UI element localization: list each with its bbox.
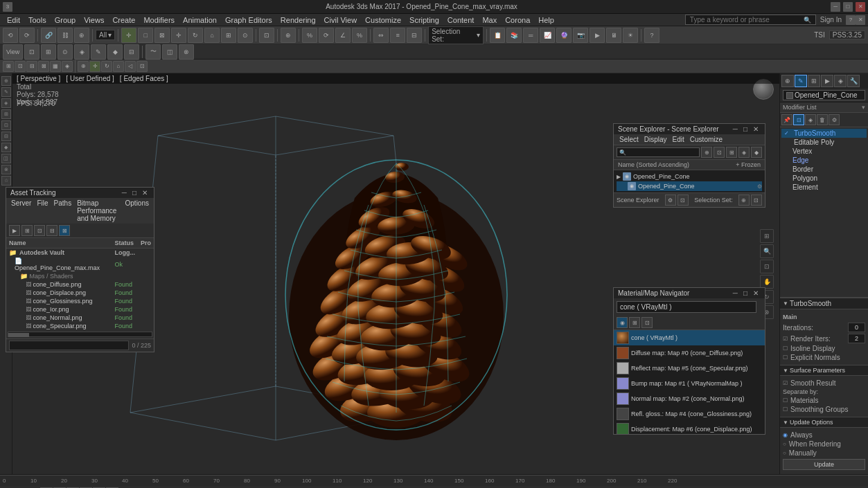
- sub-tb-10[interactable]: ⌂: [113, 61, 124, 72]
- filter-dropdown[interactable]: All ▾: [96, 30, 115, 40]
- table-row[interactable]: 🖼 cone_Diffuse.png Found: [6, 280, 154, 289]
- scale-button[interactable]: ⌂: [204, 28, 220, 43]
- list-item[interactable]: Normal map: Map #2 (cone_Normal.png): [614, 391, 765, 406]
- turbosmooth-section-header[interactable]: ▼ TurboSmooth: [780, 298, 868, 309]
- sub-tb-2[interactable]: ⊡: [15, 61, 26, 72]
- left-icon-4[interactable]: ⊞: [1, 109, 11, 119]
- surface-btn[interactable]: ◫: [162, 44, 177, 60]
- selection-set-input[interactable]: Selection Set: ▾: [428, 26, 484, 44]
- populate-btn[interactable]: ⊞: [41, 44, 56, 60]
- menu-modifiers[interactable]: Modifiers: [139, 14, 179, 26]
- update-button[interactable]: Update: [783, 459, 865, 470]
- mirror-button[interactable]: ⇔: [373, 28, 389, 43]
- asset-tb-4[interactable]: ⊟: [46, 225, 57, 236]
- close-button[interactable]: ✕: [856, 2, 865, 12]
- list-item[interactable]: Displacement: Map #6 (cone_Displace.png): [614, 422, 765, 434]
- mat-tb-2[interactable]: ⊞: [629, 317, 640, 328]
- always-radio[interactable]: ◉: [783, 432, 788, 438]
- menu-create[interactable]: Create: [108, 14, 139, 26]
- configure-modifier-sets-button[interactable]: ⚙: [829, 114, 840, 125]
- percent-snap2-button[interactable]: %: [352, 28, 367, 43]
- freeform-btn[interactable]: ⊙: [57, 44, 73, 60]
- search-input[interactable]: [690, 16, 801, 24]
- manually-radio[interactable]: ○: [783, 450, 786, 456]
- asset-menu-bitmap[interactable]: Bitmap Performance and Memory: [75, 199, 121, 222]
- table-row[interactable]: 🖼 cone_Specular.png Found: [6, 322, 154, 330]
- list-item[interactable]: Diffuse map: Map #0 (cone_Diffuse.png): [614, 345, 765, 361]
- se-settings-btn[interactable]: ⚙: [665, 195, 676, 206]
- display-tab[interactable]: ◈: [834, 75, 847, 87]
- material-navigator-titlebar[interactable]: Material/Map Navigator ─ □ ✕: [614, 288, 765, 298]
- table-row[interactable]: 🖼 cone_Normal.png Found: [6, 314, 154, 322]
- render-iters-checkbox[interactable]: ☑: [783, 336, 788, 342]
- select2-btn[interactable]: ◈: [74, 44, 89, 60]
- left-icon-1[interactable]: ⊕: [1, 76, 11, 86]
- window-controls[interactable]: ─ □ ✕: [831, 2, 865, 12]
- list-item[interactable]: Bump map: Map #1 ( VRayNormalMap ): [614, 376, 765, 391]
- sub-tb-5[interactable]: ▦: [50, 61, 61, 72]
- explicit-normals-checkbox[interactable]: ☐: [783, 354, 788, 361]
- sub-tb-8[interactable]: ✛: [89, 61, 100, 72]
- render-frame-button[interactable]: 🖥: [606, 28, 621, 43]
- render-setup-button[interactable]: 📷: [573, 28, 588, 43]
- modifier-turbosmooth[interactable]: ✓ TurboSmooth: [781, 129, 867, 138]
- se-menu-display[interactable]: Display: [641, 136, 670, 143]
- asset-scrollbar-thumb[interactable]: [8, 333, 29, 337]
- asset-tracking-minimize[interactable]: ─: [120, 189, 129, 197]
- modify-tab[interactable]: ✎: [795, 75, 807, 87]
- menu-scripting[interactable]: Scripting: [405, 14, 443, 26]
- modifier-editable-poly[interactable]: Editable Poly: [781, 138, 867, 147]
- se-more-btn[interactable]: ⊡: [751, 195, 762, 206]
- rotate-button[interactable]: ↻: [188, 28, 203, 43]
- ribbon-button[interactable]: ═: [523, 28, 538, 43]
- create-tab[interactable]: ⊕: [781, 75, 794, 87]
- asset-scrollbar[interactable]: [8, 332, 152, 337]
- scene-explorer-titlebar[interactable]: Scene Explorer - Scene Explorer ─ □ ✕: [614, 124, 765, 134]
- asset-menu-options[interactable]: Options: [123, 199, 151, 222]
- search-bar[interactable]: 🔍: [685, 15, 816, 25]
- window-crossing-button[interactable]: ⊠: [154, 28, 170, 43]
- sub-tb-4[interactable]: ⊠: [38, 61, 49, 72]
- asset-menu-server[interactable]: Server: [9, 199, 33, 222]
- angle-snap-button[interactable]: ∠: [335, 28, 351, 43]
- menu-graph-editors[interactable]: Graph Editors: [221, 14, 276, 26]
- sub-tb-12[interactable]: ⊡: [136, 61, 148, 72]
- spinner-snap-button[interactable]: ⟳: [319, 28, 334, 43]
- table-row[interactable]: 🖼 cone_Displace.png Found: [6, 289, 154, 297]
- asset-menu-file[interactable]: File: [35, 199, 50, 222]
- list-item[interactable]: Reflect map: Map #5 (cone_Specular.png): [614, 361, 765, 376]
- sub-tb-6[interactable]: ◈: [62, 61, 73, 72]
- sym-btn[interactable]: ⊗: [179, 44, 194, 60]
- menu-animation[interactable]: Animation: [179, 14, 221, 26]
- select-object-button[interactable]: ✛: [121, 28, 136, 43]
- menu-rendering[interactable]: Rendering: [276, 14, 320, 26]
- help-button[interactable]: ?: [644, 28, 659, 43]
- view-btn[interactable]: View: [3, 44, 23, 60]
- modifier-edge[interactable]: Edge: [781, 156, 867, 165]
- hierarchy-tab[interactable]: ⊞: [808, 75, 820, 87]
- asset-tb-5[interactable]: ⊠: [59, 225, 70, 236]
- sub-tb-11[interactable]: ◁: [125, 61, 136, 72]
- se-scene-explorer-btn[interactable]: Scene Explorer: [617, 197, 659, 204]
- list-item[interactable]: cone ( VRayMtl ): [614, 330, 765, 345]
- pin-stack-button[interactable]: 📌: [781, 114, 792, 125]
- utilities-tab[interactable]: 🔧: [847, 75, 860, 87]
- asset-tb-2[interactable]: ⊞: [21, 225, 33, 236]
- left-icon-2[interactable]: ✎: [1, 87, 11, 97]
- se-tb-2[interactable]: ⊡: [714, 147, 725, 158]
- asset-tb-1[interactable]: ▶: [9, 225, 20, 236]
- menu-group[interactable]: Group: [51, 14, 80, 26]
- reference-coord-button[interactable]: ⊡: [259, 28, 274, 43]
- viewport-user-defined-label[interactable]: [ User Defined ]: [66, 75, 114, 82]
- material-editor-button[interactable]: 🔮: [556, 28, 572, 43]
- modifier-polygon[interactable]: Polygon: [781, 174, 867, 183]
- list-item[interactable]: ◉ Opened_Pine_Cone ⚙: [617, 181, 762, 191]
- placement-button[interactable]: ⊙: [238, 28, 253, 43]
- menu-tools[interactable]: Tools: [24, 14, 51, 26]
- se-search-bar[interactable]: 🔍: [617, 147, 700, 157]
- select-region-button[interactable]: □: [138, 28, 153, 43]
- modifier-list-chevron[interactable]: ▾: [862, 104, 865, 111]
- render-button[interactable]: ▶: [590, 28, 605, 43]
- motion-tab[interactable]: ▶: [821, 75, 833, 87]
- scene-explorer-maximize[interactable]: □: [741, 125, 750, 133]
